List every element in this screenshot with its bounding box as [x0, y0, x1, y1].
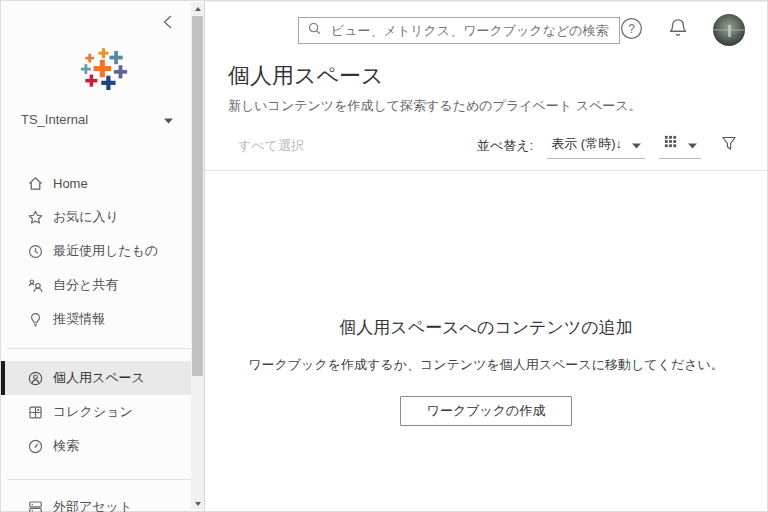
toolbar-right-controls: 並べ替え: 表示 (常時)↓ [477, 132, 737, 159]
sidebar-item-external-assets[interactable]: 外部アセット [1, 490, 191, 512]
svg-text:?: ? [628, 22, 635, 36]
sidebar-item-label: Home [53, 176, 88, 191]
search-box[interactable] [298, 17, 620, 44]
sidebar-item-label: 検索 [53, 437, 79, 455]
home-icon [27, 175, 44, 192]
empty-state-description: ワークブックを作成するか、コンテンツを個人用スペースに移動してください。 [205, 356, 767, 374]
clock-icon [27, 243, 44, 260]
sidebar-item-label: 最近使用したもの [53, 242, 158, 260]
collections-icon [27, 404, 44, 421]
database-icon [27, 499, 44, 512]
top-bar: ? [205, 2, 767, 48]
sidebar-item-shared-with-me[interactable]: 自分と共有 [1, 268, 191, 302]
sidebar: TS_Internal Home お気に入り [1, 1, 191, 511]
select-all-button[interactable]: すべて選択 [238, 137, 304, 155]
scrollbar-thumb[interactable] [192, 16, 203, 376]
compass-icon [27, 438, 44, 455]
bell-icon [667, 17, 689, 43]
site-selector[interactable]: TS_Internal [21, 110, 173, 128]
grid-view-icon [663, 134, 678, 153]
empty-state: 個人用スペースへのコンテンツの追加 ワークブックを作成するか、コンテンツを個人用… [205, 171, 767, 426]
user-avatar[interactable] [713, 14, 745, 46]
sidebar-scrollbar[interactable] [191, 2, 204, 510]
main-content: ? 個人用スペース 新しいコンテンツを作成して探索するためのプライベート スペー… [204, 1, 767, 511]
sidebar-item-label: お気に入り [53, 208, 119, 226]
caret-down-icon [632, 135, 641, 153]
tableau-server-window: TS_Internal Home お気に入り [0, 0, 768, 512]
page-title: 個人用スペース [228, 62, 767, 90]
sidebar-item-collections[interactable]: コレクション [1, 395, 191, 429]
page-header: 個人用スペース 新しいコンテンツを作成して探索するためのプライベート スペース。 [205, 48, 767, 115]
sidebar-item-label: コレクション [53, 403, 133, 421]
sidebar-item-home[interactable]: Home [1, 166, 191, 200]
caret-down-icon [688, 135, 697, 153]
sidebar-collapse-button[interactable] [159, 14, 177, 32]
sidebar-item-explore[interactable]: 検索 [1, 429, 191, 463]
search-input[interactable] [329, 22, 611, 39]
sidebar-divider [7, 479, 191, 480]
sidebar-divider [7, 348, 191, 349]
tableau-logo [1, 46, 191, 94]
caret-down-icon [164, 110, 173, 128]
sidebar-item-label: 自分と共有 [53, 276, 118, 294]
site-name: TS_Internal [21, 112, 88, 127]
sidebar-item-label: 個人用スペース [53, 369, 145, 387]
filter-icon [721, 136, 737, 155]
sidebar-item-personal-space[interactable]: 個人用スペース [1, 361, 191, 395]
star-icon [27, 209, 44, 226]
sidebar-item-label: 外部アセット [53, 498, 132, 512]
people-icon [27, 277, 44, 294]
sidebar-item-recommendations[interactable]: 推奨情報 [1, 302, 191, 336]
lightbulb-icon [27, 311, 44, 328]
sort-by-value: 表示 (常時)↓ [551, 135, 622, 153]
sort-by-dropdown[interactable]: 表示 (常時)↓ [547, 133, 645, 159]
search-icon [307, 21, 322, 40]
sort-by-label: 並べ替え: [477, 137, 533, 155]
empty-state-heading: 個人用スペースへのコンテンツの追加 [205, 316, 767, 339]
help-icon: ? [620, 17, 643, 43]
person-circle-icon [27, 370, 44, 387]
top-bar-icons: ? [620, 14, 745, 46]
sidebar-item-label: 推奨情報 [53, 310, 105, 328]
filter-button[interactable] [721, 136, 737, 155]
page-subtitle: 新しいコンテンツを作成して探索するためのプライベート スペース。 [228, 97, 767, 115]
sidebar-item-favorites[interactable]: お気に入り [1, 200, 191, 234]
chevron-left-icon [161, 18, 175, 33]
notifications-button[interactable] [667, 17, 689, 43]
content-toolbar: すべて選択 並べ替え: 表示 (常時)↓ [205, 132, 767, 171]
create-workbook-button[interactable]: ワークブックの作成 [400, 396, 573, 426]
sidebar-item-recents[interactable]: 最近使用したもの [1, 234, 191, 268]
scrollbar-up-arrow[interactable] [191, 2, 204, 15]
scrollbar-down-arrow[interactable] [191, 497, 204, 510]
help-button[interactable]: ? [620, 17, 643, 43]
view-mode-dropdown[interactable] [659, 132, 701, 159]
sidebar-nav: Home お気に入り 最近使用したもの [1, 166, 191, 512]
